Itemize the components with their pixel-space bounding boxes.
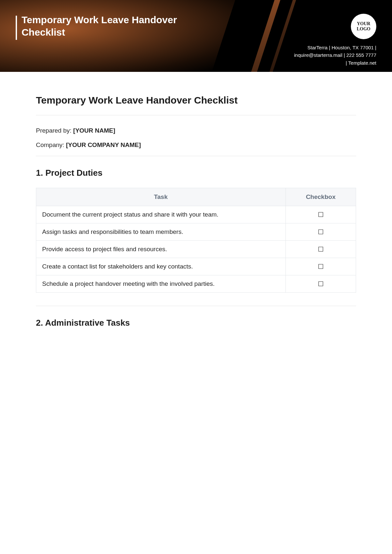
header-banner: Temporary Work Leave Handover Checklist … xyxy=(0,0,392,72)
logo-text-line1: YOUR xyxy=(357,21,370,26)
table-row: Provide access to project files and reso… xyxy=(36,241,356,258)
checkbox-cell[interactable]: ☐ xyxy=(286,223,356,241)
banner-title-rule xyxy=(16,16,17,40)
checkbox-cell[interactable]: ☐ xyxy=(286,241,356,258)
task-cell: Schedule a project handover meeting with… xyxy=(36,275,286,293)
checkbox-cell[interactable]: ☐ xyxy=(286,258,356,275)
table-header-checkbox: Checkbox xyxy=(286,188,356,206)
task-cell: Document the current project status and … xyxy=(36,206,286,223)
checkbox-icon: ☐ xyxy=(318,245,324,253)
banner-meta-line3: | Template.net xyxy=(346,60,376,66)
task-cell: Assign tasks and responsibilities to tea… xyxy=(36,223,286,241)
banner-title-wrap: Temporary Work Leave Handover Checklist xyxy=(16,14,218,40)
section-title-project-duties: 1. Project Duties xyxy=(36,168,356,178)
checkbox-icon: ☐ xyxy=(318,228,324,236)
divider xyxy=(36,306,356,306)
table-row: Assign tasks and responsibilities to tea… xyxy=(36,223,356,241)
divider xyxy=(36,115,356,115)
banner-meta-line2: inquire@starterra.mail | 222 555 7777 xyxy=(294,52,376,58)
task-cell: Create a contact list for stakeholders a… xyxy=(36,258,286,275)
checkbox-icon: ☐ xyxy=(318,211,324,219)
company-row: Company: [YOUR COMPANY NAME] xyxy=(36,141,356,149)
logo-placeholder: YOUR LOGO xyxy=(351,14,376,39)
table-row: Document the current project status and … xyxy=(36,206,356,223)
table-row: Schedule a project handover meeting with… xyxy=(36,275,356,293)
logo-text-line2: LOGO xyxy=(357,26,370,31)
checkbox-icon: ☐ xyxy=(318,280,324,288)
table-row: Create a contact list for stakeholders a… xyxy=(36,258,356,275)
prepared-by-value: [YOUR NAME] xyxy=(73,127,115,134)
page-body: Temporary Work Leave Handover Checklist … xyxy=(0,72,392,357)
company-label: Company: xyxy=(36,141,66,148)
prepared-by-label: Prepared by: xyxy=(36,127,73,134)
task-cell: Provide access to project files and reso… xyxy=(36,241,286,258)
prepared-by-row: Prepared by: [YOUR NAME] xyxy=(36,127,356,134)
table-header-task: Task xyxy=(36,188,286,206)
document-title: Temporary Work Leave Handover Checklist xyxy=(36,95,356,106)
project-duties-table: Task Checkbox Document the current proje… xyxy=(36,188,356,293)
section-title-admin-tasks: 2. Administrative Tasks xyxy=(36,318,356,328)
checkbox-cell[interactable]: ☐ xyxy=(286,206,356,223)
banner-meta-line1: StarTerra | Houston, TX 77001 | xyxy=(307,45,376,50)
checkbox-cell[interactable]: ☐ xyxy=(286,275,356,293)
checkbox-icon: ☐ xyxy=(318,263,324,270)
divider xyxy=(36,156,356,156)
banner-title: Temporary Work Leave Handover Checklist xyxy=(22,14,218,38)
banner-contact-meta: StarTerra | Houston, TX 77001 | inquire@… xyxy=(294,44,376,67)
company-value: [YOUR COMPANY NAME] xyxy=(66,141,141,148)
